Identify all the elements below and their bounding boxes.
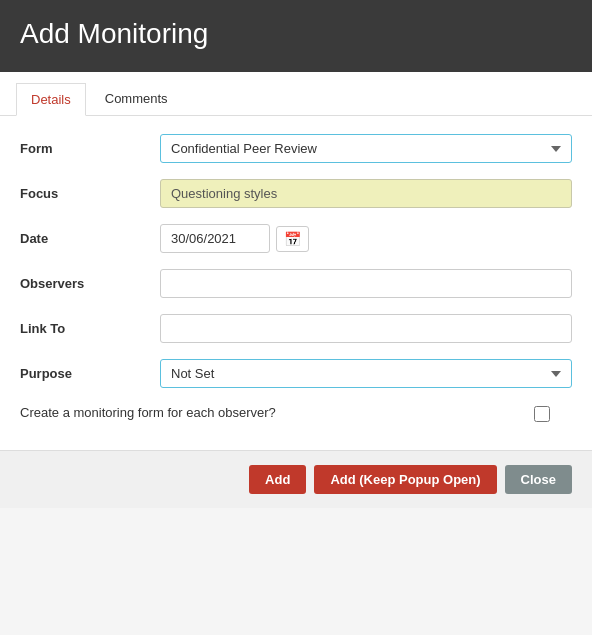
add-button[interactable]: Add [249,465,306,494]
form-control-observers [160,269,572,298]
form-label-date: Date [20,224,160,246]
form-row-monitoring-checkbox: Create a monitoring form for each observ… [20,404,572,422]
form-row-form: Form Confidential Peer Review Standard R… [20,134,572,163]
form-area: Form Confidential Peer Review Standard R… [0,116,592,450]
tab-details[interactable]: Details [16,83,86,116]
add-keep-button[interactable]: Add (Keep Popup Open) [314,465,496,494]
form-row-linkto: Link To [20,314,572,343]
tab-comments[interactable]: Comments [90,82,183,115]
purpose-select[interactable]: Not Set Development Assessment [160,359,572,388]
form-control-date: 📅 [160,224,572,253]
page-header: Add Monitoring [0,0,592,72]
monitoring-checkbox[interactable] [534,406,550,422]
form-control-focus [160,179,572,208]
form-row-purpose: Purpose Not Set Development Assessment [20,359,572,388]
tabs-bar: Details Comments [0,72,592,116]
form-control-form: Confidential Peer Review Standard Review… [160,134,572,163]
modal-footer: Add Add (Keep Popup Open) Close [0,450,592,508]
form-label-purpose: Purpose [20,359,160,381]
form-label-linkto: Link To [20,314,160,336]
date-input[interactable] [160,224,270,253]
date-wrap: 📅 [160,224,572,253]
calendar-button[interactable]: 📅 [276,226,309,252]
observers-input[interactable] [160,269,572,298]
monitoring-label: Create a monitoring form for each observ… [20,404,512,422]
calendar-icon: 📅 [284,231,301,247]
form-label-form: Form [20,134,160,156]
form-control-purpose: Not Set Development Assessment [160,359,572,388]
form-row-observers: Observers [20,269,572,298]
close-button[interactable]: Close [505,465,572,494]
modal-body: Details Comments Form Confidential Peer … [0,72,592,450]
form-label-observers: Observers [20,269,160,291]
link-to-input[interactable] [160,314,572,343]
form-row-date: Date 📅 [20,224,572,253]
form-label-focus: Focus [20,179,160,201]
page-title: Add Monitoring [20,18,572,50]
form-row-focus: Focus [20,179,572,208]
form-select[interactable]: Confidential Peer Review Standard Review… [160,134,572,163]
checkbox-wrap [512,404,572,422]
form-control-linkto [160,314,572,343]
focus-input[interactable] [160,179,572,208]
